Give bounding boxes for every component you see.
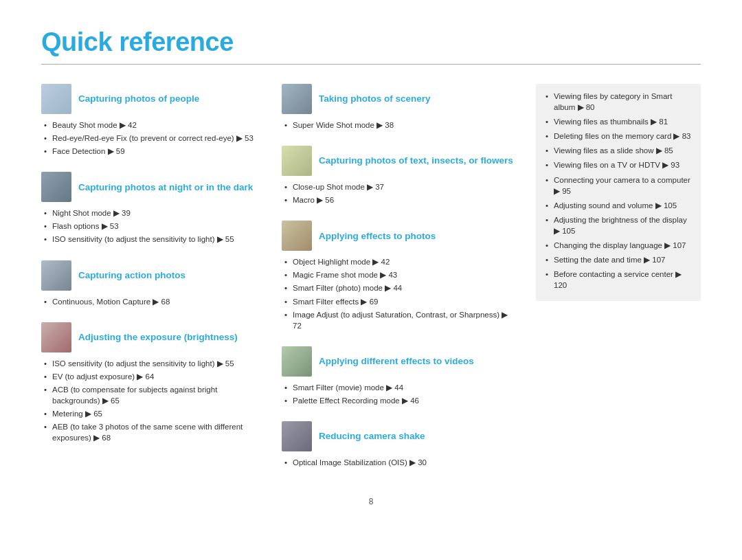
section-exposure: Adjusting the exposure (brightness)ISO s… bbox=[41, 322, 261, 444]
section-title-night: Capturing photos at night or in the dark bbox=[78, 181, 253, 194]
list-item: Connecting your camera to a computer ▶ 9… bbox=[546, 175, 691, 197]
list-item: AEB (to take 3 photos of the same scene … bbox=[44, 421, 261, 443]
action-icon bbox=[41, 260, 71, 291]
svg-rect-2 bbox=[41, 260, 71, 291]
section-title-flowers: Capturing photos of text, insects, or fl… bbox=[319, 155, 513, 167]
list-item: Smart Filter effects ▶ 69 bbox=[284, 296, 515, 307]
page-title: Quick reference bbox=[41, 27, 701, 57]
svg-rect-4 bbox=[282, 84, 312, 114]
section-header-people: Capturing photos of people bbox=[41, 84, 261, 114]
section-title-video: Applying different effects to videos bbox=[319, 355, 474, 368]
list-item: Object Highlight mode ▶ 42 bbox=[284, 256, 515, 267]
list-item: Metering ▶ 65 bbox=[44, 408, 261, 419]
list-item: ISO sensitivity (to adjust the sensitivi… bbox=[44, 234, 261, 245]
list-item: Setting the date and time ▶ 107 bbox=[546, 254, 691, 265]
right-column: Viewing files by category in Smart album… bbox=[536, 84, 701, 483]
section-title-scenery: Taking photos of scenery bbox=[319, 93, 431, 105]
list-item: Deleting files on the memory card ▶ 83 bbox=[546, 131, 691, 142]
list-item: Palette Effect Recording mode ▶ 46 bbox=[284, 395, 515, 406]
list-item: EV (to adjust exposure) ▶ 64 bbox=[44, 371, 261, 382]
section-items-action: Continuous, Motion Capture ▶ 68 bbox=[41, 296, 261, 307]
section-effects: Applying effects to photosObject Highlig… bbox=[282, 221, 515, 331]
list-item: Close-up Shot mode ▶ 37 bbox=[284, 181, 515, 192]
flowers-icon bbox=[282, 146, 312, 176]
svg-rect-6 bbox=[282, 221, 312, 251]
middle-column: Taking photos of scenerySuper Wide Shot … bbox=[282, 84, 515, 483]
list-item: Continuous, Motion Capture ▶ 68 bbox=[44, 296, 261, 307]
section-title-exposure: Adjusting the exposure (brightness) bbox=[78, 331, 238, 344]
exposure-icon bbox=[41, 322, 71, 352]
section-items-effects: Object Highlight mode ▶ 42Magic Frame sh… bbox=[282, 256, 515, 331]
section-items-ois: Optical Image Stabilization (OIS) ▶ 30 bbox=[282, 457, 515, 468]
section-night: Capturing photos at night or in the dark… bbox=[41, 172, 261, 245]
svg-rect-1 bbox=[41, 172, 71, 202]
section-items-scenery: Super Wide Shot mode ▶ 38 bbox=[282, 120, 515, 131]
section-items-people: Beauty Shot mode ▶ 42Red-eye/Red-eye Fix… bbox=[41, 120, 261, 157]
section-header-effects: Applying effects to photos bbox=[282, 221, 515, 251]
section-header-flowers: Capturing photos of text, insects, or fl… bbox=[282, 146, 515, 176]
list-item: Red-eye/Red-eye Fix (to prevent or corre… bbox=[44, 133, 261, 144]
list-item: ISO sensitivity (to adjust the sensitivi… bbox=[44, 358, 261, 369]
list-item: Face Detection ▶ 59 bbox=[44, 146, 261, 157]
list-item: Viewing files by category in Smart album… bbox=[546, 91, 691, 113]
list-item: Flash options ▶ 53 bbox=[44, 221, 261, 232]
section-items-video: Smart Filter (movie) mode ▶ 44Palette Ef… bbox=[282, 382, 515, 406]
section-header-ois: Reducing camera shake bbox=[282, 421, 515, 451]
list-item: Image Adjust (to adjust Saturation, Cont… bbox=[284, 309, 515, 331]
list-item: ACB (to compensate for subjects against … bbox=[44, 384, 261, 406]
list-item: Macro ▶ 56 bbox=[284, 194, 515, 205]
list-item: Adjusting the brightness of the display … bbox=[546, 214, 691, 236]
svg-rect-5 bbox=[282, 146, 312, 176]
list-item: Night Shot mode ▶ 39 bbox=[44, 208, 261, 219]
night-icon bbox=[41, 172, 71, 202]
list-item: Super Wide Shot mode ▶ 38 bbox=[284, 120, 515, 131]
right-col-list: Viewing files by category in Smart album… bbox=[536, 84, 701, 301]
section-header-action: Capturing action photos bbox=[41, 260, 261, 291]
page-number: 8 bbox=[41, 497, 701, 506]
section-items-night: Night Shot mode ▶ 39Flash options ▶ 53IS… bbox=[41, 208, 261, 245]
list-item: Viewing files as thumbnails ▶ 81 bbox=[546, 116, 691, 127]
scenery-icon bbox=[282, 84, 312, 114]
section-header-video: Applying different effects to videos bbox=[282, 346, 515, 377]
list-item: Optical Image Stabilization (OIS) ▶ 30 bbox=[284, 457, 515, 468]
section-items-exposure: ISO sensitivity (to adjust the sensitivi… bbox=[41, 358, 261, 444]
list-item: Before contacting a service center ▶ 120 bbox=[546, 269, 691, 291]
list-item: Viewing files as a slide show ▶ 85 bbox=[546, 145, 691, 156]
list-item: Magic Frame shot mode ▶ 43 bbox=[284, 269, 515, 280]
title-divider bbox=[41, 64, 701, 65]
list-item: Changing the display language ▶ 107 bbox=[546, 240, 691, 251]
section-people: Capturing photos of peopleBeauty Shot mo… bbox=[41, 84, 261, 157]
left-column: Capturing photos of peopleBeauty Shot mo… bbox=[41, 84, 261, 483]
svg-rect-8 bbox=[282, 421, 312, 451]
svg-rect-0 bbox=[41, 84, 71, 114]
people-icon bbox=[41, 84, 71, 114]
section-video: Applying different effects to videosSmar… bbox=[282, 346, 515, 406]
svg-rect-3 bbox=[41, 322, 71, 352]
video-icon bbox=[282, 346, 312, 377]
section-title-action: Capturing action photos bbox=[78, 269, 186, 282]
section-header-night: Capturing photos at night or in the dark bbox=[41, 172, 261, 202]
section-title-effects: Applying effects to photos bbox=[319, 230, 436, 243]
main-layout: Capturing photos of peopleBeauty Shot mo… bbox=[41, 84, 701, 483]
section-items-flowers: Close-up Shot mode ▶ 37Macro ▶ 56 bbox=[282, 181, 515, 205]
list-item: Smart Filter (photo) mode ▶ 44 bbox=[284, 282, 515, 293]
section-action: Capturing action photosContinuous, Motio… bbox=[41, 260, 261, 307]
section-title-ois: Reducing camera shake bbox=[319, 430, 425, 443]
list-item: Adjusting sound and volume ▶ 105 bbox=[546, 200, 691, 211]
section-header-exposure: Adjusting the exposure (brightness) bbox=[41, 322, 261, 352]
section-header-scenery: Taking photos of scenery bbox=[282, 84, 515, 114]
section-title-people: Capturing photos of people bbox=[78, 93, 199, 105]
ois-icon bbox=[282, 421, 312, 451]
list-item: Smart Filter (movie) mode ▶ 44 bbox=[284, 382, 515, 393]
list-item: Beauty Shot mode ▶ 42 bbox=[44, 120, 261, 131]
svg-rect-7 bbox=[282, 346, 312, 377]
section-ois: Reducing camera shakeOptical Image Stabi… bbox=[282, 421, 515, 468]
section-scenery: Taking photos of scenerySuper Wide Shot … bbox=[282, 84, 515, 131]
section-flowers: Capturing photos of text, insects, or fl… bbox=[282, 146, 515, 205]
effects-icon bbox=[282, 221, 312, 251]
list-item: Viewing files on a TV or HDTV ▶ 93 bbox=[546, 159, 691, 170]
